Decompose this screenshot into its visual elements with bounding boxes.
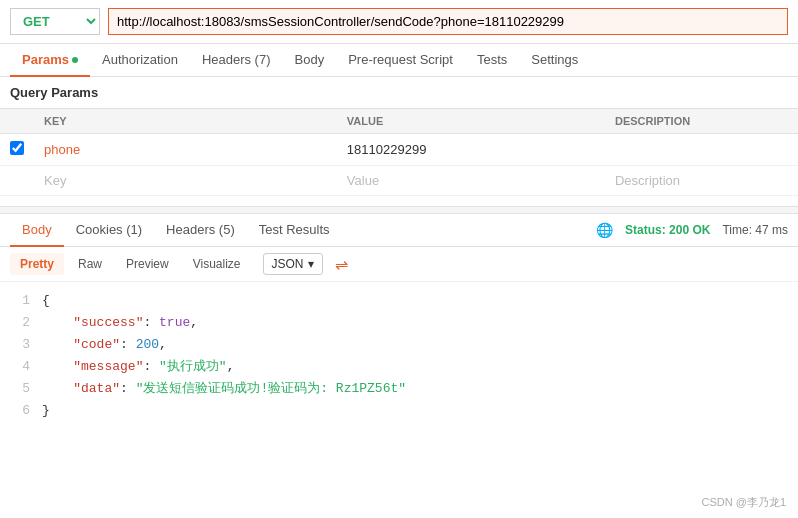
chevron-down-icon: ▾ (308, 257, 314, 271)
section-query-params: Query Params (0, 77, 798, 108)
json-format-select[interactable]: JSON ▾ (263, 253, 323, 275)
placeholder-checkbox-cell (0, 166, 34, 196)
param-value-cell[interactable]: 18110229299 (337, 134, 605, 166)
format-pretty[interactable]: Pretty (10, 253, 64, 275)
tab-body[interactable]: Body (283, 44, 337, 77)
code-line-3: 3 "code": 200, (10, 334, 788, 356)
col-key-header: KEY (34, 109, 337, 134)
request-tabs-row: Params Authorization Headers (7) Body Pr… (0, 44, 798, 77)
param-checkbox[interactable] (10, 141, 24, 155)
param-key-cell[interactable]: phone (34, 134, 337, 166)
status-badge: Status: 200 OK (625, 223, 710, 237)
section-divider (0, 206, 798, 214)
response-time: Time: 47 ms (722, 223, 788, 237)
format-visualize[interactable]: Visualize (183, 253, 251, 275)
tab-settings[interactable]: Settings (519, 44, 590, 77)
params-table: KEY VALUE DESCRIPTION phone 18110229299 … (0, 108, 798, 196)
response-tabs-row: Body Cookies (1) Headers (5) Test Result… (0, 214, 798, 247)
table-row: phone 18110229299 (0, 134, 798, 166)
tab-headers[interactable]: Headers (7) (190, 44, 283, 77)
placeholder-key-cell[interactable]: Key (34, 166, 337, 196)
placeholder-value-cell[interactable]: Value (337, 166, 605, 196)
response-tabs-left: Body Cookies (1) Headers (5) Test Result… (10, 214, 342, 246)
param-desc-cell[interactable] (605, 134, 798, 166)
response-tab-headers[interactable]: Headers (5) (154, 214, 247, 247)
response-code-block: 1 { 2 "success": true, 3 "code": 200, 4 … (0, 282, 798, 431)
placeholder-desc-cell[interactable]: Description (605, 166, 798, 196)
format-row: Pretty Raw Preview Visualize JSON ▾ ⇌ (0, 247, 798, 282)
watermark: CSDN @李乃龙1 (701, 495, 786, 510)
response-tabs-right: 🌐 Status: 200 OK Time: 47 ms (596, 222, 788, 238)
code-line-1: 1 { (10, 290, 788, 312)
col-value-header: VALUE (337, 109, 605, 134)
response-tab-cookies[interactable]: Cookies (1) (64, 214, 154, 247)
tab-authorization[interactable]: Authorization (90, 44, 190, 77)
wrap-icon[interactable]: ⇌ (335, 255, 348, 274)
code-line-4: 4 "message": "执行成功", (10, 356, 788, 378)
tab-params[interactable]: Params (10, 44, 90, 77)
code-line-2: 2 "success": true, (10, 312, 788, 334)
col-checkbox-header (0, 109, 34, 134)
top-bar: GET POST PUT DELETE (0, 0, 798, 44)
table-row-placeholder: Key Value Description (0, 166, 798, 196)
format-raw[interactable]: Raw (68, 253, 112, 275)
code-line-6: 6 } (10, 400, 788, 422)
tab-prerequest[interactable]: Pre-request Script (336, 44, 465, 77)
response-tab-body[interactable]: Body (10, 214, 64, 247)
url-input[interactable] (108, 8, 788, 35)
tab-tests[interactable]: Tests (465, 44, 519, 77)
param-checkbox-cell[interactable] (0, 134, 34, 166)
method-select[interactable]: GET POST PUT DELETE (10, 8, 100, 35)
code-line-5: 5 "data": "发送短信验证码成功!验证码为: Rz1PZ56t" (10, 378, 788, 400)
globe-icon: 🌐 (596, 222, 613, 238)
response-tab-testresults[interactable]: Test Results (247, 214, 342, 247)
format-preview[interactable]: Preview (116, 253, 179, 275)
col-desc-header: DESCRIPTION (605, 109, 798, 134)
